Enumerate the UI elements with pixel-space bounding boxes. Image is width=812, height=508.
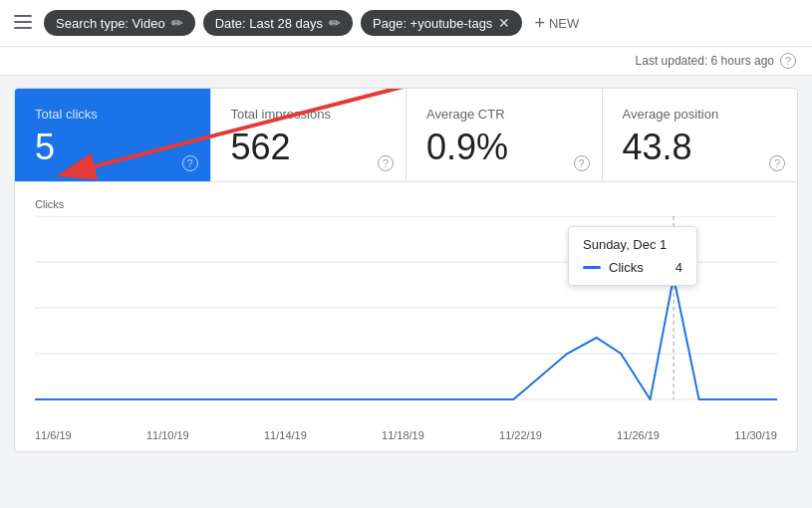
last-updated-text: Last updated: 6 hours ago [636, 54, 774, 68]
x-label-5: 11/22/19 [499, 429, 542, 441]
search-type-edit-icon[interactable]: ✏ [171, 15, 183, 31]
tooltip-metric-name: Clicks [609, 260, 668, 275]
x-label-7: 11/30/19 [734, 429, 777, 441]
x-axis-labels: 11/6/19 11/10/19 11/14/19 11/18/19 11/22… [35, 425, 777, 441]
main-content: Total clicks 5 ? Total impressions 562 ?… [14, 88, 798, 452]
total-impressions-value: 562 [231, 127, 387, 167]
chart-area: Clicks 6 4 2 0 [15, 182, 797, 451]
chart-y-label: Clicks [35, 198, 777, 210]
average-position-label: Average position [623, 107, 778, 122]
filter-menu-icon[interactable] [14, 13, 32, 34]
metric-cards: Total clicks 5 ? Total impressions 562 ?… [15, 89, 797, 182]
average-position-help-icon[interactable]: ? [769, 155, 785, 171]
x-label-3: 11/14/19 [264, 429, 307, 441]
average-position-value: 43.8 [623, 127, 778, 167]
filter-bar: Search type: Video ✏ Date: Last 28 days … [0, 0, 812, 47]
last-updated-row: Last updated: 6 hours ago ? [0, 47, 812, 76]
page-chip-close-icon[interactable]: ✕ [498, 15, 510, 31]
total-clicks-label: Total clicks [35, 107, 190, 122]
tooltip-date: Sunday, Dec 1 [583, 237, 682, 252]
date-edit-icon[interactable]: ✏ [329, 15, 341, 31]
average-ctr-help-icon[interactable]: ? [574, 155, 590, 171]
chart-container[interactable]: 6 4 2 0 Sunday, Dec 1 Clicks 4 [35, 216, 777, 425]
tooltip-metric-value: 4 [676, 260, 682, 275]
page-chip[interactable]: Page: +youtube-tags ✕ [361, 10, 522, 36]
svg-rect-0 [14, 15, 32, 17]
date-chip[interactable]: Date: Last 28 days ✏ [203, 10, 353, 36]
last-updated-help-icon[interactable]: ? [780, 53, 796, 69]
metric-card-average-position[interactable]: Average position 43.8 ? [603, 89, 798, 181]
tooltip-row: Clicks 4 [583, 260, 682, 275]
x-label-4: 11/18/19 [382, 429, 424, 441]
date-chip-label: Date: Last 28 days [215, 16, 323, 31]
average-ctr-value: 0.9% [426, 127, 582, 167]
metric-card-total-impressions[interactable]: Total impressions 562 ? [211, 89, 407, 181]
x-label-6: 11/26/19 [617, 429, 660, 441]
tooltip-line-indicator [583, 266, 601, 269]
search-type-chip-label: Search type: Video [56, 16, 165, 31]
search-type-chip[interactable]: Search type: Video ✏ [44, 10, 195, 36]
new-button-label: NEW [549, 16, 579, 31]
metric-card-average-ctr[interactable]: Average CTR 0.9% ? [406, 89, 603, 181]
new-filter-button[interactable]: + NEW [534, 13, 579, 34]
page-chip-label: Page: +youtube-tags [373, 16, 492, 31]
total-impressions-help-icon[interactable]: ? [378, 155, 394, 171]
average-ctr-label: Average CTR [426, 107, 582, 122]
x-label-1: 11/6/19 [35, 429, 72, 441]
chart-tooltip: Sunday, Dec 1 Clicks 4 [568, 226, 697, 286]
plus-icon: + [534, 13, 545, 34]
metric-card-total-clicks[interactable]: Total clicks 5 ? [15, 89, 211, 181]
svg-rect-1 [14, 21, 32, 23]
total-clicks-value: 5 [35, 127, 190, 167]
svg-rect-2 [14, 27, 32, 29]
x-label-2: 11/10/19 [146, 429, 189, 441]
total-clicks-help-icon[interactable]: ? [182, 155, 198, 171]
total-impressions-label: Total impressions [231, 107, 387, 122]
